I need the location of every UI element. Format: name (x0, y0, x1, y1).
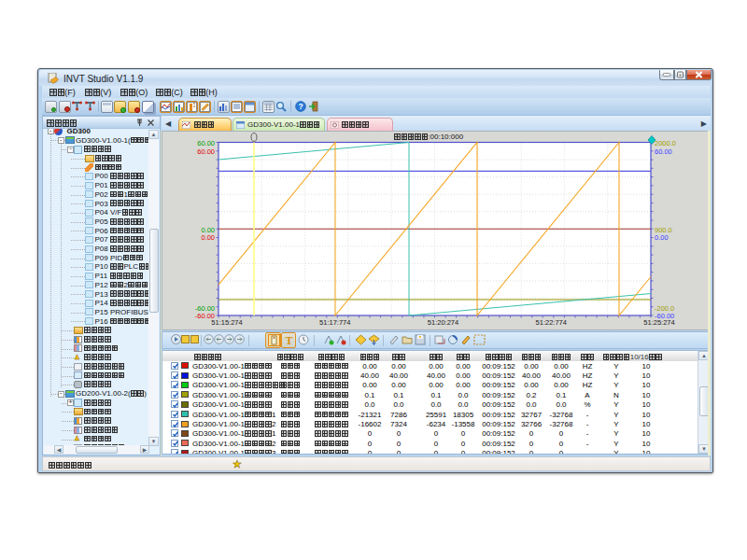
svg-text:?: ? (298, 102, 303, 111)
svg-text:T: T (285, 334, 292, 346)
svg-text:0.00: 0.00 (201, 233, 215, 242)
svg-text:51:22:774: 51:22:774 (536, 318, 567, 327)
svg-text:51:20:274: 51:20:274 (428, 318, 458, 327)
svg-text:60.00: 60.00 (197, 147, 215, 156)
svg-text:0.00: 0.00 (655, 233, 669, 242)
svg-text:60.00: 60.00 (655, 147, 672, 156)
svg-text:51:25:274: 51:25:274 (643, 318, 674, 327)
svg-text:51:17:774: 51:17:774 (319, 318, 350, 327)
svg-text:51:15:274: 51:15:274 (211, 318, 242, 327)
